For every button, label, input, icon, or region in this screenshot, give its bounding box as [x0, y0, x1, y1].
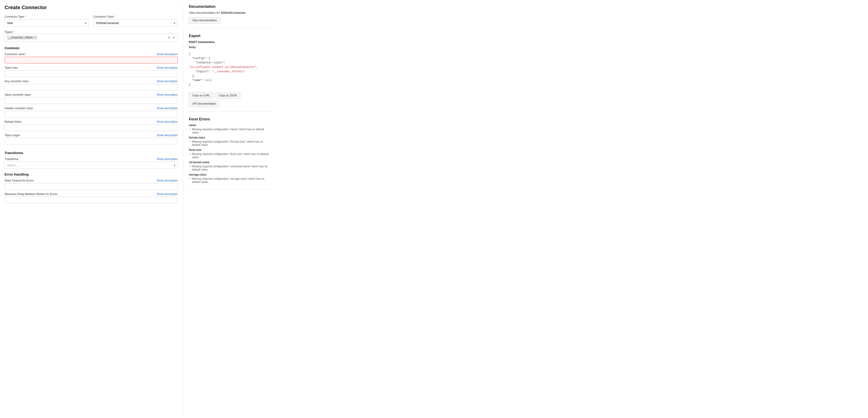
- topics-input[interactable]: __consumer_offsets ✕ ✕ ▾: [5, 34, 178, 41]
- export-code-block: { "config": { "connector.class": "io.con…: [189, 50, 270, 90]
- value-converter-label: Value converter class: [5, 93, 31, 96]
- connector-name-label: Connector name *: [5, 53, 27, 56]
- value-converter-input[interactable]: [5, 97, 178, 104]
- topics-dropdown-icon[interactable]: ▾: [172, 35, 176, 40]
- reload-action-label: Reload Action: [5, 120, 22, 123]
- error-format-class-message: Missing required configuration "format.c…: [189, 140, 270, 147]
- topics-container: Topics* __consumer_offsets ✕ ✕ ▾: [5, 30, 178, 41]
- code-line-4: "topics": "__consumer_offsets": [189, 69, 270, 74]
- transforms-label: Transforms: [5, 157, 18, 161]
- export-body-label: body:: [189, 46, 270, 49]
- transforms-section-title: Transforms: [5, 151, 178, 155]
- transforms-section: Transforms Transforms Show description S…: [5, 151, 178, 169]
- connector-class-group: Connector Class* S3SinkConnector ▾: [93, 15, 178, 27]
- page-title: Create Connector: [5, 5, 178, 10]
- documentation-section: Documentation View documentation for S3S…: [189, 5, 270, 28]
- connector-name-input[interactable]: [5, 57, 178, 63]
- connector-name-show-desc[interactable]: Show description: [157, 53, 178, 56]
- tasks-max-input[interactable]: [5, 70, 178, 77]
- topics-regex-row: Topics regex Show description: [5, 134, 178, 137]
- topics-regex-input[interactable]: [5, 138, 178, 144]
- topics-regex-show-desc[interactable]: Show description: [157, 134, 178, 137]
- error-storage-class: storage.class Missing required configura…: [189, 173, 270, 184]
- error-s3-bucket-name: s3.bucket.name Missing required configur…: [189, 161, 270, 171]
- value-converter-show-desc[interactable]: Show description: [157, 93, 178, 96]
- header-converter-input[interactable]: [5, 111, 178, 117]
- topics-clear-icon[interactable]: ✕: [167, 35, 171, 40]
- connector-class-select[interactable]: S3SinkConnector: [93, 20, 178, 27]
- key-converter-input[interactable]: [5, 84, 178, 90]
- copy-as-json-button[interactable]: Copy as JSON: [215, 92, 240, 99]
- connector-type-select-wrapper: Sink Source ▾: [5, 20, 89, 27]
- retry-timeout-input[interactable]: [5, 183, 178, 190]
- right-panel: Documentation View documentation for S3S…: [183, 5, 270, 413]
- common-section: Common Connector name * Show description…: [5, 46, 178, 147]
- connector-type-select[interactable]: Sink Source: [5, 20, 89, 27]
- form-errors-title: Form Errors: [189, 117, 270, 121]
- transforms-show-desc[interactable]: Show description: [157, 157, 178, 161]
- header-converter-row: Header converter class Show description: [5, 107, 178, 110]
- reload-action-row: Reload Action Show description: [5, 120, 178, 123]
- max-delay-row: Maximum Delay Between Retries for Errors…: [5, 192, 178, 196]
- topics-regex-label: Topics regex: [5, 134, 20, 137]
- transforms-select[interactable]: Select...: [5, 161, 178, 169]
- export-method: POST /connectors: [189, 40, 270, 44]
- copy-as-curl-button[interactable]: Copy as cURL: [189, 92, 213, 99]
- error-format-class-label: format.class: [189, 136, 270, 139]
- connector-type-label: Connector Type*: [5, 15, 89, 18]
- error-field-name-label: name: [189, 124, 270, 127]
- topics-controls: ✕ ▾: [167, 35, 176, 40]
- error-storage-class-message: Missing required configuration "storage.…: [189, 177, 270, 184]
- topics-label: Topics*: [5, 30, 14, 34]
- error-name: name Missing required configuration "nam…: [189, 124, 270, 134]
- value-converter-row: Value converter class Show description: [5, 93, 178, 96]
- error-flush-size-label: flush.size: [189, 148, 270, 152]
- code-line-5: },: [189, 74, 270, 78]
- error-s3-bucket-name-label: s3.bucket.name: [189, 161, 270, 164]
- max-delay-show-desc[interactable]: Show description: [157, 192, 178, 196]
- code-line-1: {: [189, 52, 270, 56]
- connector-name-row: Connector name * Show description: [5, 53, 178, 56]
- header-converter-label: Header converter class: [5, 107, 33, 110]
- error-handling-section-title: Error Handling: [5, 172, 178, 176]
- api-documentation-button[interactable]: API Documentation: [189, 100, 219, 107]
- documentation-title: Documentation: [189, 5, 270, 9]
- tasks-max-show-desc[interactable]: Show description: [157, 66, 178, 69]
- error-format-class: format.class Missing required configurat…: [189, 136, 270, 147]
- export-buttons: Copy as cURL Copy as JSON API Documentat…: [189, 92, 270, 107]
- documentation-connector-name: S3SinkConnector: [221, 11, 245, 14]
- error-storage-class-label: storage.class: [189, 173, 270, 176]
- key-converter-show-desc[interactable]: Show description: [157, 80, 178, 83]
- max-delay-input[interactable]: [5, 197, 178, 203]
- left-panel: Create Connector Connector Type* Sink So…: [5, 5, 183, 413]
- export-section: Export POST /connectors body: { "config"…: [189, 34, 270, 112]
- topic-tag-remove[interactable]: ✕: [34, 36, 36, 39]
- key-converter-label: Key converter class: [5, 80, 29, 83]
- error-handling-section: Error Handling Retry Timeout for Errors …: [5, 172, 178, 206]
- transforms-field-row: Transforms Show description: [5, 157, 178, 161]
- connector-type-class-row: Connector Type* Sink Source ▾ Connector …: [5, 15, 178, 27]
- documentation-description: View documentation for S3SinkConnector: [189, 11, 270, 14]
- code-line-7: }: [189, 83, 270, 87]
- error-name-message: Missing required configuration "name" wh…: [189, 128, 270, 134]
- transforms-select-wrapper: Select... ▾: [5, 161, 178, 169]
- retry-timeout-row: Retry Timeout for Errors Show descriptio…: [5, 179, 178, 182]
- common-section-title: Common: [5, 46, 178, 50]
- export-title: Export: [189, 34, 270, 38]
- max-delay-label: Maximum Delay Between Retries for Errors: [5, 192, 58, 196]
- connector-type-group: Connector Type* Sink Source ▾: [5, 15, 89, 27]
- retry-timeout-show-desc[interactable]: Show description: [157, 179, 178, 182]
- header-converter-show-desc[interactable]: Show description: [157, 107, 178, 110]
- error-flush-size: flush.size Missing required configuratio…: [189, 148, 270, 159]
- form-errors-section: Form Errors name Missing required config…: [189, 117, 270, 189]
- tasks-max-row: Tasks max Show description: [5, 66, 178, 69]
- tasks-max-label: Tasks max: [5, 66, 18, 69]
- view-documentation-button[interactable]: View documentation: [189, 17, 220, 24]
- connector-class-label: Connector Class*: [93, 15, 178, 18]
- code-line-6: "name": null: [189, 78, 270, 83]
- key-converter-row: Key converter class Show description: [5, 80, 178, 83]
- reload-action-input[interactable]: [5, 124, 178, 131]
- connector-class-select-wrapper: S3SinkConnector ▾: [93, 20, 178, 27]
- error-flush-size-message: Missing required configuration "flush.si…: [189, 152, 270, 159]
- reload-action-show-desc[interactable]: Show description: [157, 120, 178, 123]
